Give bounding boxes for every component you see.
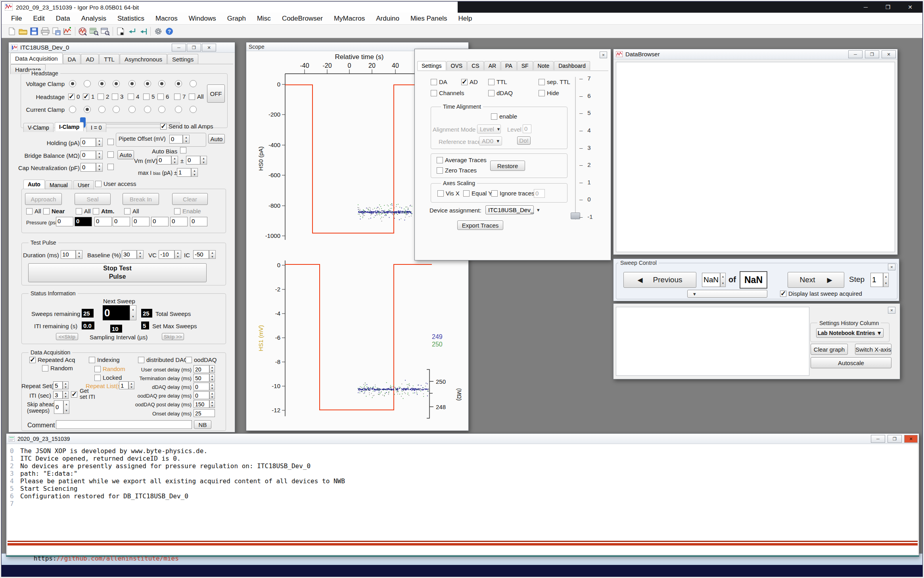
ignore-traces-checkbox[interactable]: Ignore traces [491, 190, 535, 197]
open-icon[interactable] [17, 26, 29, 36]
sstab-ar[interactable]: AR [484, 61, 500, 70]
device-assignment-dropdown[interactable]: ITC18USB_Dev_ [485, 205, 534, 214]
max-ibias-spinner[interactable] [191, 168, 198, 177]
vm-spinner[interactable] [171, 156, 178, 165]
clear-button[interactable]: Clear [172, 193, 208, 205]
save-graphics-icon[interactable] [51, 26, 62, 36]
pressure-tab-user[interactable]: User [73, 180, 94, 189]
hs-checkbox-6[interactable]: 6 [157, 93, 169, 100]
channel-slider-track[interactable] [575, 77, 576, 220]
ooddaq-checkbox[interactable]: oodDAQ [186, 356, 217, 363]
previous-sweep-button[interactable]: ◀Previous [623, 272, 696, 288]
izero-tab[interactable]: I = 0 [86, 123, 106, 132]
skip-back-button[interactable]: <<Skip [56, 333, 78, 340]
vm-range-spinner[interactable] [200, 156, 207, 165]
headstage-off-button[interactable]: OFF [207, 84, 225, 103]
command-close-button[interactable] [904, 435, 918, 443]
autoscale-button[interactable]: Autoscale [811, 357, 891, 368]
random1-checkbox[interactable]: Random [42, 365, 73, 371]
cc-radio-7[interactable] [175, 106, 182, 113]
ss-hide-checkbox[interactable]: Hide [539, 90, 559, 96]
vc-radio-6[interactable] [158, 80, 165, 87]
duration-spinner[interactable] [76, 250, 82, 259]
sstab-settings[interactable]: Settings [417, 61, 446, 70]
iclamp-tab[interactable]: I-Clamp [55, 122, 84, 131]
save-icon[interactable] [29, 26, 40, 36]
pressure-tab-manual[interactable]: Manual [45, 180, 72, 189]
pipette-auto-button[interactable]: Auto [208, 134, 225, 144]
menu-data[interactable]: Data [50, 15, 76, 23]
vc-radio-1[interactable] [84, 80, 91, 87]
hs-checkbox-1[interactable]: 1 [83, 93, 94, 100]
ddaq-delay-spinner[interactable] [209, 383, 215, 390]
vc-radio-2[interactable] [98, 80, 105, 87]
auto-bias-checkbox[interactable] [180, 147, 186, 153]
tab-da[interactable]: DA [63, 54, 81, 64]
menu-codebrowser[interactable]: CodeBrowser [276, 15, 328, 23]
help-icon[interactable]: ? [164, 26, 175, 36]
restore-button[interactable]: Restore [490, 161, 525, 171]
hs-checkbox-all[interactable]: All [189, 93, 204, 100]
stop-test-pulse-button[interactable]: Stop TestPulse [28, 263, 207, 282]
command-titlebar[interactable]: 2020_09_23_151039 [6, 434, 919, 444]
ooddaq-post-spinner[interactable] [209, 400, 215, 408]
display-last-sweep-checkbox[interactable]: Display last sweep acquired [780, 290, 862, 297]
cc-radio-2[interactable] [98, 106, 105, 113]
seal-all-checkbox[interactable]: All [76, 208, 91, 214]
command-window-icon[interactable] [100, 26, 111, 36]
cc-radio-8[interactable] [190, 106, 197, 113]
vm-field[interactable]: 0 [157, 156, 171, 165]
sstab-pa[interactable]: PA [501, 61, 517, 70]
menu-statistics[interactable]: Statistics [112, 15, 150, 23]
skip-forward-button[interactable]: Skip >> [162, 333, 184, 340]
pressure-field-0[interactable]: 0 [56, 217, 73, 226]
user-access-checkbox[interactable]: User access [95, 180, 136, 187]
user-onset-spinner[interactable] [209, 365, 215, 373]
command-maximize-button[interactable] [888, 435, 902, 443]
send-to-all-amps-checkbox[interactable]: Send to all Amps [160, 123, 213, 130]
vm-range-field[interactable]: 0 [186, 156, 200, 165]
vclamp-tab[interactable]: V-Clamp [23, 123, 54, 132]
export-traces-button[interactable]: Export Traces [457, 220, 503, 230]
next-sweep-spinner[interactable] [130, 305, 136, 320]
pressure-field-1[interactable]: 0 [75, 217, 92, 226]
ic-amp-spinner[interactable] [209, 250, 216, 259]
ddaq-delay-field[interactable]: 0 [194, 383, 209, 390]
ooddaq-pre-spinner[interactable] [209, 391, 215, 399]
preferences-icon[interactable] [153, 26, 164, 36]
ss-ddaq-checkbox[interactable]: dDAQ [488, 90, 513, 96]
itc-maximize-button[interactable] [187, 44, 201, 52]
locked-checkbox[interactable]: Locked [94, 374, 122, 381]
hs-checkbox-7[interactable]: 7 [174, 93, 186, 100]
menu-analysis[interactable]: Analysis [76, 15, 112, 23]
command-input-line[interactable]: https://github.com/alleninstitute/mies [8, 545, 918, 554]
new-table-icon[interactable] [88, 26, 100, 36]
ooddaq-post-field[interactable]: 150 [194, 400, 209, 408]
ss-sep-ttl-checkbox[interactable]: sep. TTL [539, 78, 570, 85]
clear-graph-button[interactable]: Clear graph [811, 344, 848, 355]
user-onset-field[interactable]: 20 [194, 365, 209, 373]
termination-field[interactable]: 50 [194, 374, 209, 382]
sweep-control-close-icon[interactable] [888, 264, 895, 270]
menu-graph[interactable]: Graph [222, 15, 251, 23]
ignore-traces-field[interactable]: 0 [534, 189, 545, 198]
next-sweep-button[interactable]: Next▶ [788, 272, 844, 288]
ta-enable-checkbox[interactable]: enable [491, 113, 517, 120]
vc-radio-0[interactable] [69, 80, 76, 87]
seal-atm-checkbox[interactable]: Atm. [93, 208, 114, 214]
step-spinner[interactable] [883, 273, 889, 287]
bridge-balance-spinner[interactable] [96, 151, 103, 159]
vc-radio-5[interactable] [144, 80, 151, 87]
new-layout-icon[interactable] [115, 26, 126, 36]
vc-radio-3[interactable] [113, 80, 120, 87]
distributed-daq-checkbox[interactable]: distributed DAQ [138, 356, 188, 363]
menu-edit[interactable]: Edit [27, 15, 50, 23]
databrowser-minimize-button[interactable] [848, 50, 863, 58]
hs-checkbox-2[interactable]: 2 [98, 93, 109, 100]
holding-field[interactable]: 0 [81, 138, 96, 147]
repeat-list-spinner[interactable] [128, 381, 134, 389]
tab-ttl[interactable]: TTL [99, 54, 119, 64]
indexing-checkbox[interactable]: Indexing [89, 356, 120, 363]
pressure-field-4[interactable]: 0 [132, 217, 150, 226]
print-icon[interactable] [40, 26, 51, 36]
